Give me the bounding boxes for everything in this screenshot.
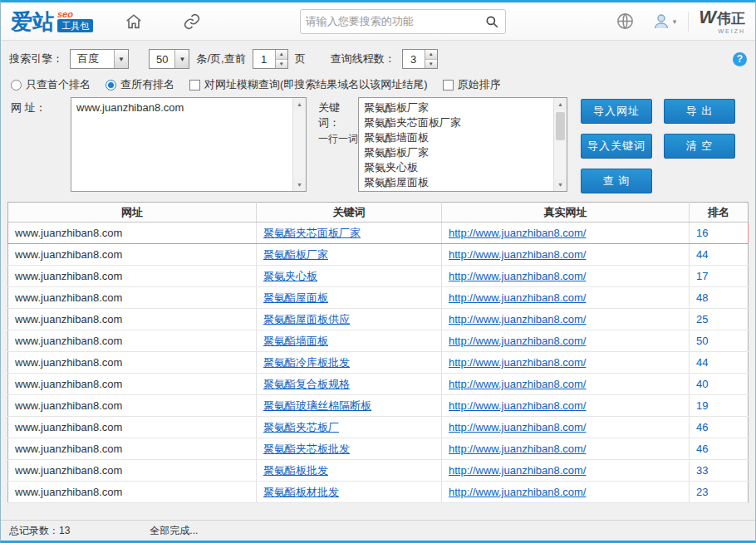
user-menu[interactable]: ▾ [651, 12, 677, 32]
rank-value: 44 [696, 248, 708, 261]
keyword-link[interactable]: 聚氨酯屋面板 [263, 291, 328, 304]
radio-all-ranks-icon[interactable] [106, 80, 116, 90]
page-up-icon[interactable]: ▲ [276, 50, 287, 59]
rank-value: 16 [696, 227, 708, 239]
table-header-row: 网址 关键词 真实网址 排名 [8, 203, 749, 223]
table-row[interactable]: www.juanzhiban8.com聚氨酯屋面板供应http://www.ju… [8, 309, 749, 330]
search-input[interactable] [306, 15, 484, 27]
import-keywords-button[interactable]: 导入关键词 [581, 134, 652, 159]
table-row[interactable]: www.juanzhiban8.com聚氨酯板材批发http://www.jua… [8, 482, 749, 503]
keyword-link[interactable]: 聚氨酯墙面板 [263, 335, 328, 347]
real-url-link[interactable]: http://www.juanzhiban8.com/ [449, 291, 586, 304]
header-keyword[interactable]: 关键词 [257, 203, 442, 223]
page-input[interactable] [253, 50, 275, 68]
page-down-icon[interactable]: ▼ [276, 59, 287, 69]
brand-mark: W [699, 8, 716, 27]
scroll-down-icon[interactable]: ▼ [554, 179, 567, 191]
url-textarea-wrap: ▲ ▼ [71, 97, 307, 192]
real-url-link[interactable]: http://www.juanzhiban8.com/ [449, 356, 586, 369]
real-url-link[interactable]: http://www.juanzhiban8.com/ [449, 399, 586, 412]
real-url-link[interactable]: http://www.juanzhiban8.com/ [449, 486, 586, 498]
export-button[interactable]: 导 出 [664, 99, 735, 124]
table-row[interactable]: www.juanzhiban8.com聚氨酯夹芯面板厂家http://www.j… [8, 223, 749, 244]
import-url-button[interactable]: 导入网址 [581, 99, 652, 124]
keyword-link[interactable]: 聚氨酯夹芯面板厂家 [263, 227, 361, 239]
table-row[interactable]: www.juanzhiban8.com聚氨酯屋面板http://www.juan… [8, 287, 749, 309]
scroll-up-icon[interactable]: ▲ [554, 98, 567, 110]
per-page-value: 50 [150, 50, 174, 68]
url-label: 网 址： [11, 97, 71, 195]
checkbox-fuzzy-query[interactable]: 对网址模糊查询(即搜索结果域名以该网址结尾) [189, 77, 428, 92]
home-icon[interactable] [123, 11, 145, 32]
header-url[interactable]: 网址 [8, 203, 257, 223]
radio-first-rank-icon[interactable] [11, 80, 22, 90]
rank-value: 46 [696, 421, 708, 433]
threads-down-icon[interactable]: ▼ [425, 59, 437, 69]
search-box [300, 9, 506, 34]
real-url-link[interactable]: http://www.juanzhiban8.com/ [449, 421, 586, 433]
radio-all-ranks[interactable]: 查所有排名 [106, 77, 174, 92]
help-icon[interactable]: ? [733, 52, 747, 66]
query-button[interactable]: 查 询 [581, 169, 652, 193]
real-url-link[interactable]: http://www.juanzhiban8.com/ [449, 227, 586, 239]
real-url-link[interactable]: http://www.juanzhiban8.com/ [449, 270, 586, 282]
scroll-up-icon[interactable]: ▲ [293, 98, 306, 110]
table-row[interactable]: www.juanzhiban8.com聚氨夹心板http://www.juanz… [8, 266, 749, 287]
threads-spinner: ▲ ▼ [402, 49, 438, 69]
dropdown-arrow-icon[interactable]: ▼ [114, 50, 128, 68]
table-row[interactable]: www.juanzhiban8.com聚氨酯夹芯板厂http://www.jua… [8, 417, 749, 438]
threads-label: 查询线程数： [331, 51, 395, 66]
real-url-link[interactable]: http://www.juanzhiban8.com/ [449, 464, 586, 477]
globe-icon[interactable] [615, 11, 636, 32]
scroll-down-icon[interactable]: ▼ [293, 179, 306, 191]
search-icon[interactable] [484, 13, 500, 30]
keyword-link[interactable]: 聚氨酯板材批发 [263, 486, 339, 498]
real-url-link[interactable]: http://www.juanzhiban8.com/ [449, 335, 586, 347]
table-row[interactable]: www.juanzhiban8.com聚氨酯板厂家http://www.juan… [8, 244, 749, 266]
link-icon[interactable] [181, 11, 203, 32]
keyword-link[interactable]: 聚氨酯板厂家 [263, 248, 328, 261]
table-row[interactable]: www.juanzhiban8.com聚氨酯板批发http://www.juan… [8, 460, 749, 482]
page-suffix-label: 页 [295, 51, 306, 66]
keyword-link[interactable]: 聚氨酯复合板规格 [263, 378, 350, 390]
keyword-link[interactable]: 聚氨酯夹芯板厂 [263, 421, 339, 433]
threads-up-icon[interactable]: ▲ [425, 50, 437, 59]
checkbox-fuzzy-query-icon[interactable] [189, 80, 200, 90]
header-real-url[interactable]: 真实网址 [442, 203, 690, 223]
keyword-link[interactable]: 聚氨酯夹芯板批发 [263, 443, 350, 455]
radio-first-rank-label: 只查首个排名 [26, 77, 91, 92]
table-row[interactable]: www.juanzhiban8.com聚氨酯冷库板批发http://www.ju… [8, 352, 749, 374]
clear-button[interactable]: 清 空 [664, 134, 735, 159]
real-url-link[interactable]: http://www.juanzhiban8.com/ [449, 313, 586, 325]
url-scrollbar[interactable]: ▲ ▼ [292, 98, 306, 191]
header-rank[interactable]: 排名 [690, 203, 749, 223]
settings-row: 搜索引擎： 百度 ▼ 50 ▼ 条/页,查前 ▲ ▼ 页 查询线程数： ▲ ▼ [9, 47, 747, 71]
keywords-scrollbar[interactable]: ▲ ▼ [553, 98, 567, 191]
options-row: 只查首个排名 查所有排名 对网址模糊查询(即搜索结果域名以该网址结尾) 原始排序 [11, 76, 747, 94]
checkbox-original-sort[interactable]: 原始排序 [443, 77, 501, 92]
real-url-link[interactable]: http://www.juanzhiban8.com/ [449, 248, 586, 261]
topbar: 爱站 seo 工具包 [1, 2, 755, 41]
engine-dropdown[interactable]: 百度 ▼ [70, 49, 129, 69]
keyword-link[interactable]: 聚氨酯板批发 [263, 464, 328, 477]
keyword-link[interactable]: 聚氨夹心板 [263, 270, 317, 282]
real-url-link[interactable]: http://www.juanzhiban8.com/ [449, 378, 586, 390]
keyword-link[interactable]: 聚氨酯玻璃丝棉隔断板 [263, 399, 371, 412]
threads-input[interactable] [403, 50, 425, 68]
table-row[interactable]: www.juanzhiban8.com聚氨酯夹芯板批发http://www.ju… [8, 438, 749, 460]
user-menu-caret-icon[interactable]: ▾ [673, 17, 677, 26]
per-page-dropdown[interactable]: 50 ▼ [149, 49, 189, 69]
keywords-textarea[interactable] [359, 98, 553, 191]
real-url-link[interactable]: http://www.juanzhiban8.com/ [449, 443, 586, 455]
table-row[interactable]: www.juanzhiban8.com聚氨酯玻璃丝棉隔断板http://www.… [8, 395, 749, 417]
dropdown-arrow-icon[interactable]: ▼ [174, 50, 189, 68]
url-textarea[interactable] [71, 98, 292, 191]
keyword-link[interactable]: 聚氨酯屋面板供应 [263, 313, 350, 325]
table-row[interactable]: www.juanzhiban8.com聚氨酯复合板规格http://www.ju… [8, 374, 749, 395]
weizheng-logo: W 伟正 WEIZH [699, 8, 745, 34]
table-row[interactable]: www.juanzhiban8.com聚氨酯墙面板http://www.juan… [8, 330, 749, 352]
keyword-link[interactable]: 聚氨酯冷库板批发 [263, 356, 350, 369]
scrollbar-thumb[interactable] [556, 112, 565, 140]
radio-first-rank[interactable]: 只查首个排名 [11, 77, 91, 92]
checkbox-original-sort-icon[interactable] [443, 80, 454, 90]
